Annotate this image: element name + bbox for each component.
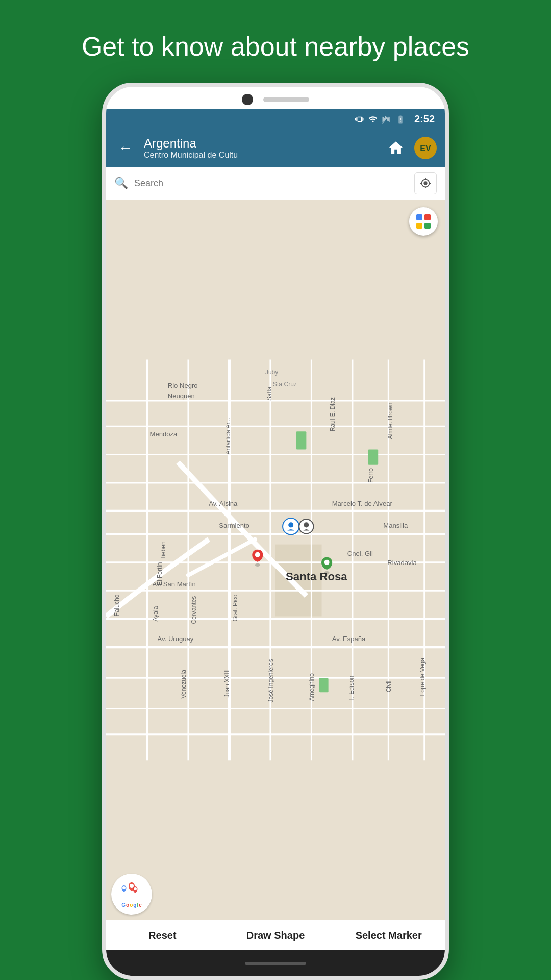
svg-text:Av. Uruguay: Av. Uruguay — [158, 635, 194, 643]
svg-text:Neuquén: Neuquén — [168, 392, 195, 400]
phone-bottom-bar — [106, 950, 445, 976]
svg-text:Rio Negro: Rio Negro — [168, 382, 198, 389]
signal-icon — [382, 115, 391, 124]
select-marker-button[interactable]: Select Marker — [332, 920, 445, 950]
grid-dots — [416, 214, 431, 229]
battery-icon — [395, 115, 406, 124]
svg-text:Av. Alsina: Av. Alsina — [209, 500, 238, 508]
svg-text:Sarmiento: Sarmiento — [219, 522, 249, 530]
camera — [242, 94, 253, 105]
svg-point-70 — [130, 884, 134, 888]
phone-frame: 2:52 ← Argentina Centro Municipal de Cul… — [102, 83, 449, 980]
svg-text:Lope de Vega: Lope de Vega — [419, 658, 426, 696]
status-time: 2:52 — [414, 113, 435, 125]
svg-text:Ameghino: Ameghino — [308, 673, 315, 701]
svg-text:Juan XXIII: Juan XXIII — [223, 669, 231, 698]
wifi-icon — [368, 115, 378, 124]
speaker — [263, 97, 309, 102]
header-title: Get to know about nearby places — [41, 0, 510, 83]
svg-point-63 — [324, 571, 330, 574]
svg-text:Av. España: Av. España — [332, 635, 366, 643]
location-button[interactable] — [414, 172, 437, 194]
grid-button[interactable] — [409, 207, 438, 236]
svg-text:El Fortín: El Fortín — [156, 562, 163, 586]
svg-text:Cnel. Gil: Cnel. Gil — [347, 550, 373, 557]
svg-point-64 — [324, 560, 330, 565]
search-icon: 🔍 — [114, 177, 128, 190]
svg-text:Salta: Salta — [266, 387, 273, 401]
ev-logo: EV — [415, 138, 436, 158]
home-button[interactable] — [385, 137, 407, 159]
svg-text:Rivadavia: Rivadavia — [387, 559, 417, 567]
home-icon — [387, 139, 405, 157]
gps-icon — [420, 178, 431, 189]
svg-text:Mansilla: Mansilla — [383, 522, 408, 530]
back-button[interactable]: ← — [114, 138, 137, 158]
svg-text:Almte. Brown: Almte. Brown — [387, 403, 394, 439]
app-bar-subtitle: Centro Municipal de Cultu — [144, 151, 378, 160]
svg-point-68 — [304, 523, 309, 528]
svg-rect-27 — [319, 678, 329, 693]
svg-point-72 — [134, 887, 137, 890]
svg-text:Santa Rosa: Santa Rosa — [286, 570, 347, 583]
svg-text:EV: EV — [420, 144, 431, 153]
svg-point-66 — [288, 523, 293, 528]
status-bar: 2:52 — [106, 109, 445, 129]
app-bar: ← Argentina Centro Municipal de Cultu EV — [106, 129, 445, 167]
google-pins-icon — [119, 881, 144, 901]
map-svg: Rio Negro Neuquén Mendoza Av. Alsina Mar… — [106, 200, 445, 920]
map-area[interactable]: Rio Negro Neuquén Mendoza Av. Alsina Mar… — [106, 200, 445, 920]
svg-text:Venezuela: Venezuela — [180, 670, 187, 699]
svg-text:Gral. Pico: Gral. Pico — [232, 595, 239, 622]
svg-rect-25 — [296, 432, 306, 450]
svg-text:Falucho: Falucho — [113, 595, 120, 617]
draw-shape-button[interactable]: Draw Shape — [219, 920, 333, 950]
svg-text:Antártida Ar...: Antártida Ar... — [224, 418, 232, 455]
home-indicator — [245, 962, 306, 965]
svg-rect-26 — [368, 450, 378, 465]
svg-text:Ayala: Ayala — [152, 606, 159, 622]
svg-text:Mendoza: Mendoza — [150, 431, 178, 438]
svg-point-62 — [255, 552, 260, 557]
svg-text:José Ingenieros: José Ingenieros — [267, 659, 274, 703]
svg-text:Civil: Civil — [385, 681, 392, 693]
bottom-toolbar: Reset Draw Shape Select Marker — [106, 920, 445, 950]
app-bar-title-group: Argentina Centro Municipal de Cultu — [144, 136, 378, 160]
svg-text:Juby: Juby — [265, 369, 278, 376]
google-logo: G o o g l e — [111, 874, 152, 915]
ev-badge[interactable]: EV — [414, 137, 437, 159]
status-icons — [355, 115, 406, 124]
svg-text:Raul E. Diaz: Raul E. Diaz — [329, 398, 336, 432]
svg-text:T. Edison: T. Edison — [348, 676, 355, 701]
svg-text:Sta Cruz: Sta Cruz — [273, 381, 297, 388]
phone-top — [106, 87, 445, 109]
svg-text:Ferro: Ferro — [367, 468, 374, 483]
svg-text:Cervantes: Cervantes — [190, 596, 197, 624]
svg-point-71 — [122, 886, 126, 889]
search-input[interactable] — [134, 178, 408, 189]
search-bar: 🔍 — [106, 167, 445, 200]
svg-text:Tieben: Tieben — [160, 542, 167, 560]
svg-point-61 — [255, 564, 260, 567]
reset-button[interactable]: Reset — [106, 920, 219, 950]
svg-text:Marcelo T. de Alvear: Marcelo T. de Alvear — [332, 500, 393, 508]
app-bar-title: Argentina — [144, 136, 378, 151]
vibrate-icon — [355, 115, 364, 124]
